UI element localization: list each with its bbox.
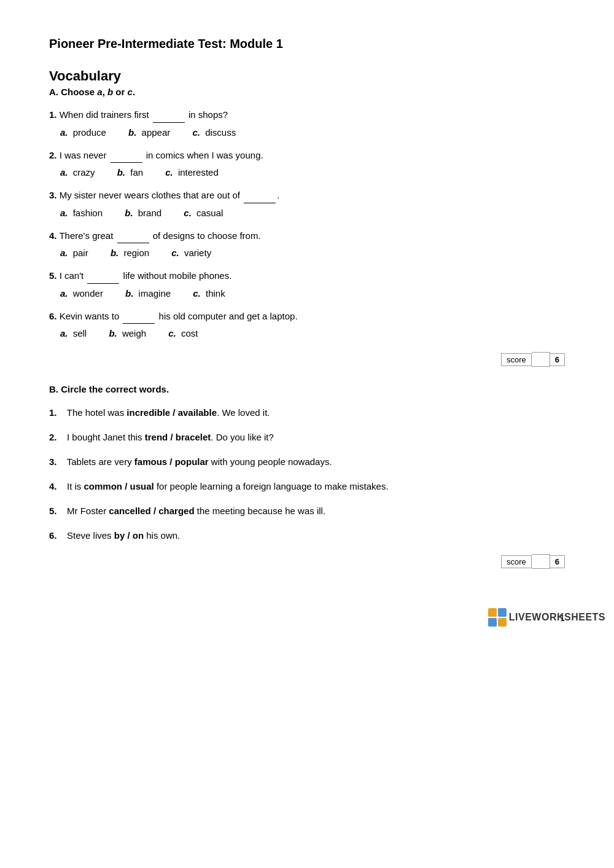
b-q1-options[interactable]: incredible / available [126,407,217,418]
question-6: 6. Kevin wants to his old computer and g… [49,310,565,342]
q2-number: 2. [49,150,57,160]
q1-number: 1. [49,109,57,120]
b-q5-options[interactable]: cancelled / charged [109,506,194,516]
b-q2-options[interactable]: trend / bracelet [145,432,211,442]
q1-option-a[interactable]: a. produce [60,125,106,140]
q2-options: a. crazy b. fan c. interested [60,165,565,180]
question-6-text: 6. Kevin wants to his old computer and g… [49,310,565,324]
score-b-empty[interactable] [532,554,550,569]
page: Pioneer Pre-Intermediate Test: Module 1 … [0,0,614,635]
logo-text: LIVEWORKSHEETS [509,612,605,623]
q6-number: 6. [49,311,57,321]
question-5: 5. I can't life without mobile phones. a… [49,269,565,301]
q3-options: a. fashion b. brand c. casual [60,206,565,221]
q2-option-c[interactable]: c. interested [165,165,219,180]
q6-options: a. sell b. weigh c. cost [60,326,565,341]
q6-option-b[interactable]: b. weigh [109,326,146,341]
score-a-label: score [501,353,532,366]
q1-options: a. produce b. appear c. discuss [60,125,565,140]
q6-blank[interactable] [123,310,155,324]
q3-blank[interactable] [244,189,276,203]
part-a-questions: 1. When did trainers first in shops? a. … [49,108,565,341]
q4-options: a. pair b. region c. variety [60,246,565,260]
question-5-text: 5. I can't life without mobile phones. [49,269,565,284]
q4-number: 4. [49,230,57,241]
q5-options: a. wonder b. imagine c. think [60,286,565,301]
q2-blank[interactable] [111,149,142,163]
question-3-text: 3. My sister never wears clothes that ar… [49,189,565,203]
b-q3-number: 3. [49,456,57,467]
q5-option-c[interactable]: c. think [193,286,225,301]
q4-option-a[interactable]: a. pair [60,246,88,260]
q4-option-b[interactable]: b. region [111,246,149,260]
b-q3-options[interactable]: famous / popular [134,456,209,467]
b-q5-number: 5. [49,506,57,516]
q4-blank[interactable] [117,229,149,244]
b-q6-number: 6. [49,530,57,541]
b-q1-number: 1. [49,407,57,418]
b-question-4: 4. It is common / usual for people learn… [49,479,565,494]
q2-option-b[interactable]: b. fan [117,165,143,180]
q3-number: 3. [49,190,57,200]
q1-option-b[interactable]: b. appear [128,125,170,140]
q4-option-c[interactable]: c. variety [171,246,211,260]
b-question-2: 2. I bought Janet this trend / bracelet.… [49,430,565,445]
question-3: 3. My sister never wears clothes that ar… [49,189,565,221]
logo-icon [488,608,507,627]
main-title: Pioneer Pre-Intermediate Test: Module 1 [49,37,565,51]
b-question-1: 1. The hotel was incredible / available.… [49,405,565,420]
q1-option-c[interactable]: c. discuss [192,125,236,140]
score-a-empty[interactable] [532,352,550,367]
question-1: 1. When did trainers first in shops? a. … [49,108,565,140]
liveworksheets-logo: LIVEWORKSHEETS [488,608,605,627]
b-q6-options[interactable]: by / on [114,530,144,541]
q5-option-a[interactable]: a. wonder [60,286,103,301]
q3-option-c[interactable]: c. casual [184,206,223,221]
question-4-text: 4. There's great of designs to choose fr… [49,229,565,244]
score-b-max: 6 [550,555,565,568]
section-title-vocabulary: Vocabulary [49,68,565,84]
b-q4-options[interactable]: common / usual [84,481,154,491]
b-question-6: 6. Steve lives by / on his own. [49,528,565,543]
question-1-text: 1. When did trainers first in shops? [49,108,565,123]
question-4: 4. There's great of designs to choose fr… [49,229,565,261]
b-q2-number: 2. [49,432,57,442]
question-2: 2. I was never in comics when I was youn… [49,149,565,181]
q5-option-b[interactable]: b. imagine [125,286,171,301]
b-question-3: 3. Tablets are very famous / popular wit… [49,455,565,469]
q2-option-a[interactable]: a. crazy [60,165,95,180]
q1-blank[interactable] [153,108,185,123]
score-box-a: score 6 [49,352,565,367]
q6-option-a[interactable]: a. sell [60,326,87,341]
b-question-5: 5. Mr Foster cancelled / charged the mee… [49,504,565,518]
part-a-instruction: A. Choose a, b or c. [49,87,565,97]
score-a-max: 6 [550,353,565,366]
q5-blank[interactable] [87,269,119,284]
question-2-text: 2. I was never in comics when I was youn… [49,149,565,163]
score-box-b: score 6 [49,554,565,569]
q6-option-c[interactable]: c. cost [168,326,198,341]
part-b: B. Circle the correct words. 1. The hote… [49,384,565,543]
q3-option-b[interactable]: b. brand [125,206,161,221]
part-b-instruction: B. Circle the correct words. [49,384,565,394]
q3-option-a[interactable]: a. fashion [60,206,103,221]
b-q4-number: 4. [49,481,57,491]
q5-number: 5. [49,270,57,281]
score-b-label: score [501,555,532,568]
